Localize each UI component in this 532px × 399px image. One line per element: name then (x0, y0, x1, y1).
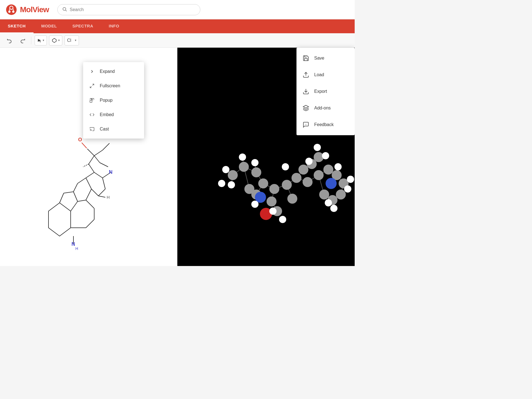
svg-line-17 (78, 200, 86, 201)
svg-point-110 (239, 154, 246, 161)
svg-line-34 (82, 143, 87, 148)
fullscreen-icon (89, 83, 95, 89)
svg-point-85 (269, 184, 279, 194)
tab-model[interactable]: MODEL (34, 19, 65, 33)
svg-point-100 (287, 194, 297, 204)
embed-icon (89, 111, 95, 118)
export-label: Export (314, 89, 327, 94)
search-box (57, 4, 201, 15)
expand-menu-item-popup[interactable]: Popup (83, 93, 144, 108)
popup-label: Popup (100, 98, 112, 103)
embed-label: Embed (100, 112, 114, 117)
expand-menu-item-expand[interactable]: Expand (83, 64, 144, 79)
svg-point-119 (322, 152, 329, 159)
svg-point-89 (314, 170, 324, 180)
svg-line-33 (87, 149, 94, 156)
element-selector[interactable]: Cl ▾ (65, 35, 79, 45)
svg-line-29 (91, 189, 98, 196)
search-container (57, 4, 201, 15)
svg-line-11 (71, 201, 78, 211)
redo-button[interactable] (17, 35, 28, 46)
svg-rect-48 (90, 100, 92, 103)
svg-point-90 (323, 165, 333, 175)
svg-line-47 (90, 86, 91, 88)
toolbar: ▾ ▾ Cl ▾ (0, 33, 355, 48)
svg-line-26 (94, 172, 103, 178)
svg-line-37 (94, 156, 100, 163)
svg-line-18 (86, 200, 94, 208)
search-input[interactable] (70, 7, 196, 12)
header: MolView (0, 0, 355, 19)
svg-point-111 (251, 159, 259, 166)
ring-dropdown: ▾ (58, 39, 60, 42)
svg-point-108 (222, 166, 229, 173)
save-menu-item-save[interactable]: Save (296, 50, 355, 66)
svg-line-40 (98, 196, 105, 197)
svg-point-122 (251, 201, 259, 208)
svg-point-93 (336, 190, 346, 200)
addons-label: Add-ons (314, 106, 331, 111)
svg-point-117 (282, 163, 289, 170)
sketch-area[interactable]: O N N H H Expand (0, 48, 177, 266)
tab-info[interactable]: INFO (101, 19, 127, 33)
expand-dropdown: Expand Fullscreen (83, 62, 144, 139)
svg-line-38 (100, 163, 108, 167)
expand-menu-item-fullscreen[interactable]: Fullscreen (83, 79, 144, 93)
export-icon (302, 88, 310, 95)
svg-point-116 (218, 180, 225, 187)
cast-icon (89, 126, 95, 132)
svg-line-32 (89, 156, 94, 164)
svg-text:N: N (109, 169, 112, 175)
svg-point-103 (314, 152, 324, 162)
svg-line-39 (83, 164, 89, 167)
svg-point-114 (330, 205, 337, 212)
save-menu-item-load[interactable]: Load (296, 66, 355, 83)
svg-point-88 (303, 177, 313, 187)
svg-point-97 (244, 184, 254, 194)
svg-point-98 (267, 196, 277, 206)
svg-point-2 (8, 11, 11, 13)
load-icon (302, 71, 310, 79)
expand-menu-item-embed[interactable]: Embed (83, 108, 144, 122)
chevron-right-icon (89, 68, 95, 75)
app-title: MolView (20, 5, 49, 14)
undo-button[interactable] (4, 35, 15, 46)
svg-line-25 (86, 172, 94, 178)
svg-point-121 (305, 158, 313, 165)
svg-point-87 (291, 173, 301, 183)
svg-line-27 (103, 178, 105, 189)
feedback-label: Feedback (314, 122, 334, 127)
save-menu-item-export[interactable]: Export (296, 83, 355, 100)
svg-text:O: O (78, 137, 82, 142)
logo-area: MolView (6, 4, 49, 16)
svg-point-113 (347, 176, 354, 183)
svg-line-31 (89, 164, 94, 172)
svg-point-84 (258, 178, 268, 188)
svg-line-23 (78, 178, 86, 183)
addons-icon (302, 104, 310, 112)
svg-line-13 (64, 192, 73, 193)
svg-point-82 (239, 162, 249, 172)
popup-icon (89, 97, 95, 104)
arrow-tool[interactable]: ▾ (35, 35, 47, 45)
toolbar-divider-1 (31, 37, 31, 44)
ring-tool[interactable]: ▾ (49, 35, 62, 45)
svg-marker-10 (48, 203, 71, 236)
tab-spectra[interactable]: SPECTRA (65, 19, 101, 33)
save-menu-item-feedback[interactable]: Feedback (296, 116, 355, 133)
arrow-dropdown: ▾ (43, 39, 44, 42)
svg-point-120 (344, 185, 351, 193)
svg-point-86 (282, 180, 292, 190)
feedback-icon (302, 121, 310, 129)
svg-point-101 (298, 165, 308, 175)
svg-point-106 (326, 178, 337, 189)
save-label: Save (314, 56, 324, 61)
svg-point-123 (269, 208, 277, 215)
svg-text:H: H (75, 246, 78, 251)
cast-label: Cast (100, 127, 109, 132)
expand-menu-item-cast[interactable]: Cast (83, 122, 144, 136)
element-dropdown: ▾ (75, 39, 76, 42)
expand-label: Expand (100, 69, 115, 74)
tab-sketch[interactable]: SKETCH (0, 19, 34, 33)
save-menu-item-addons[interactable]: Add-ons (296, 100, 355, 116)
